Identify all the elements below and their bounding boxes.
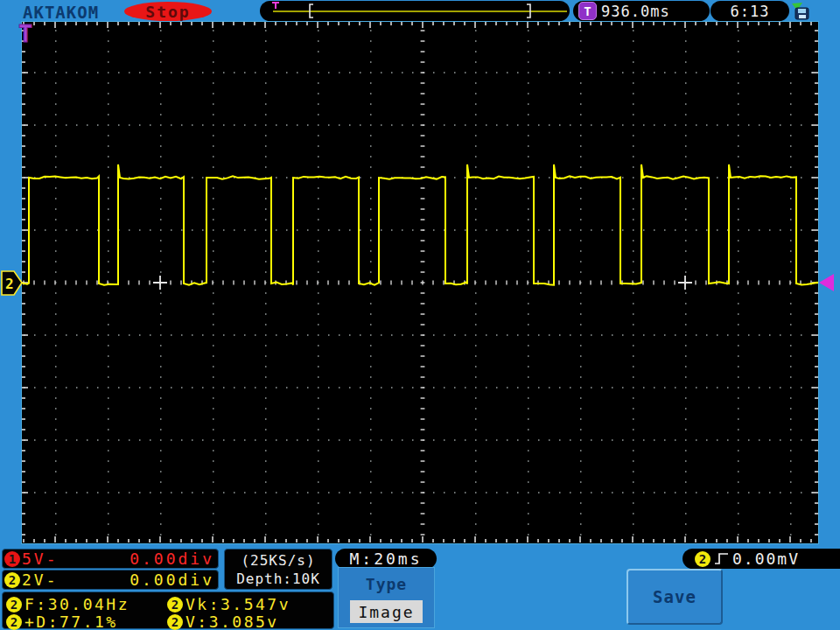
rising-edge-icon — [714, 551, 729, 566]
timebase-value: M:20ms — [349, 550, 422, 568]
measurement-ch-badge: 2 — [167, 614, 183, 630]
measurement-ch-badge: 2 — [6, 614, 22, 630]
channel2-badge: 2 — [4, 572, 20, 588]
run-state-button[interactable]: Stop — [124, 2, 212, 21]
measurement-value: +D:77.1% — [24, 612, 118, 630]
softmenu-selected-value[interactable]: Image — [350, 600, 423, 623]
trigger-time-pill: T 936.0ms — [573, 1, 710, 21]
save-button-label: Save — [653, 587, 696, 606]
trigger-level-arrow — [819, 274, 834, 291]
measurement-ch-badge: 2 — [6, 597, 22, 612]
softmenu-type-panel: Type Image — [338, 567, 435, 628]
trigger-level-value: 0.00mV — [732, 550, 800, 568]
softmenu-title: Type — [339, 575, 434, 593]
trigger-level-pill: 2 0.00mV — [682, 549, 840, 569]
timebase-pill: M:20ms — [335, 549, 437, 569]
measurements-panel: 2 F:30.04Hz 2 Vk:3.547v 2 +D:77.1% 2 V:3… — [2, 592, 334, 629]
channel1-status-row: 1 5V- 0.00div — [2, 549, 219, 569]
acquisition-panel: (25KS/s) Depth:10K — [224, 549, 332, 590]
sample-rate: (25KS/s) — [241, 552, 315, 569]
trigger-source-badge: 2 — [695, 551, 710, 567]
trigger-t-badge: T — [578, 2, 597, 20]
trigger-time-value: 936.0ms — [601, 3, 670, 20]
measurement-value: F:30.04Hz — [24, 595, 130, 613]
measurement-vk: 2 Vk:3.547v — [167, 595, 290, 613]
memory-depth: Depth:10K — [236, 570, 320, 587]
channel2-scale: 2V- — [22, 570, 59, 589]
channel2-position-marker: 2 — [2, 271, 22, 295]
channel1-offset: 0.00div — [130, 550, 214, 568]
measurement-frequency: 2 F:30.04Hz — [6, 595, 130, 613]
brand-logo: AKTAKOM — [23, 3, 99, 22]
usb-disk-icon — [790, 2, 813, 21]
clock-value: 6:13 — [731, 3, 770, 20]
oscilloscope-screen: AKTAKOM Stop T 936.0ms 6:13 1 5V- 0.00di… — [0, 0, 840, 630]
measurement-value: Vk:3.547v — [186, 595, 290, 613]
save-button[interactable]: Save — [626, 569, 723, 625]
measurement-value: V:3.085v — [186, 612, 279, 630]
waveform-display — [22, 22, 818, 543]
measurement-ch-badge: 2 — [167, 597, 183, 612]
channel2-status-row: 2 2V- 0.00div — [2, 570, 219, 590]
clock-pill: 6:13 — [710, 1, 789, 21]
run-state-label: Stop — [145, 3, 190, 21]
svg-text:2: 2 — [5, 276, 14, 292]
measurement-v: 2 V:3.085v — [167, 612, 279, 630]
trigger-position-bar — [260, 1, 570, 21]
measurement-duty: 2 +D:77.1% — [6, 612, 118, 630]
channel1-badge: 1 — [4, 551, 20, 567]
channel2-offset: 0.00div — [130, 570, 214, 589]
channel1-scale: 5V- — [22, 550, 59, 568]
